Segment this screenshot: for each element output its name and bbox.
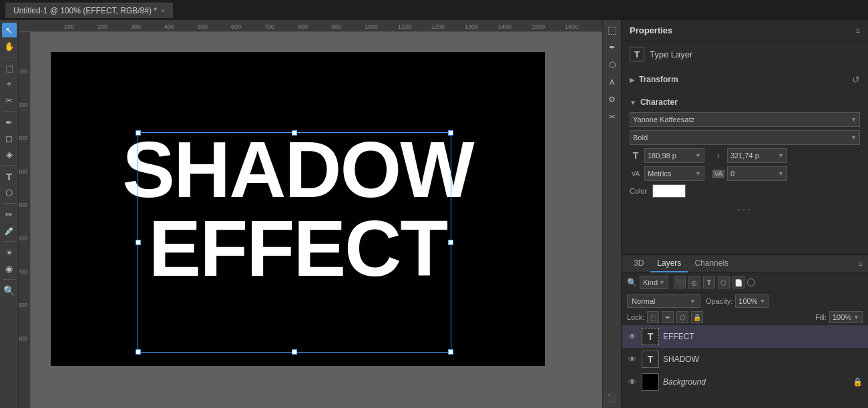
filter-adjust-icon[interactable]: ◎ bbox=[688, 276, 700, 288]
layer-name-shadow: SHADOW bbox=[663, 355, 863, 364]
document-tab[interactable]: Untitled-1 @ 100% (EFFECT, RGB/8#) * × bbox=[5, 3, 173, 18]
dodge-tool[interactable]: ☀ bbox=[2, 245, 17, 260]
lasso-tool[interactable]: ⌖ bbox=[2, 77, 17, 91]
lock-all-btn[interactable]: 🔒 bbox=[691, 311, 703, 323]
opacity-input[interactable]: 100% ▼ bbox=[735, 294, 769, 308]
ruler-mark: 300 bbox=[131, 23, 164, 30]
pen-tool[interactable]: ✏ bbox=[2, 207, 17, 222]
layers-menu-icon[interactable]: ≡ bbox=[858, 259, 863, 268]
ruler-mark: 1000 bbox=[365, 23, 398, 30]
brush-tool[interactable]: ✒ bbox=[2, 115, 17, 130]
transform-header[interactable]: ▶ Transform ↺ bbox=[630, 71, 860, 87]
layer-name-background: Background bbox=[663, 377, 849, 387]
font-style-value: Bold bbox=[633, 134, 648, 142]
properties-menu-icon[interactable]: ≡ bbox=[855, 26, 860, 35]
zoom-tool[interactable]: 🔍 bbox=[2, 283, 17, 298]
strip-icon-5[interactable]: ⚙ bbox=[605, 92, 620, 107]
close-tab-button[interactable]: × bbox=[161, 7, 165, 15]
tab-layers[interactable]: Layers bbox=[650, 255, 688, 272]
canvas-viewport[interactable]: SHADOW EFFECT bbox=[31, 32, 602, 408]
font-style-dropdown[interactable]: Bold ▼ bbox=[630, 130, 860, 145]
font-size-value: 180,98 p bbox=[648, 152, 676, 160]
font-family-dropdown[interactable]: Yanone Kaffeesatz ▼ bbox=[630, 112, 860, 127]
filter-pixel-icon[interactable]: ⬛ bbox=[674, 276, 686, 288]
lock-pixels-btn[interactable]: ⬚ bbox=[647, 311, 659, 323]
kerning-value: Metrics bbox=[648, 170, 671, 178]
ruler-mark: 700 bbox=[264, 23, 298, 30]
type-tool[interactable]: T bbox=[2, 169, 17, 184]
main-layout: ↖ ✋ ⬚ ⌖ ✂ ✒ ◻ ◈ T ⬡ ✏ 💉 ☀ ◉ 🔍 100 200 30… bbox=[0, 20, 868, 408]
tab-channels[interactable]: Channels bbox=[688, 255, 735, 272]
blur-tool[interactable]: ◉ bbox=[2, 261, 17, 276]
right-panel: Properties ≡ T Type Layer ▶ Transform ↺ bbox=[621, 20, 868, 408]
character-header[interactable]: ▼ Character bbox=[630, 97, 860, 107]
eraser-tool[interactable]: ◻ bbox=[2, 131, 17, 146]
ruler-v-mark: 300 bbox=[19, 135, 29, 168]
layer-item-effect[interactable]: 👁 T EFFECT bbox=[622, 325, 868, 348]
toolbar-separator-5 bbox=[3, 241, 16, 242]
color-swatch[interactable] bbox=[652, 184, 686, 198]
lock-artboard-btn[interactable]: ⬡ bbox=[676, 311, 688, 323]
strip-icon-3[interactable]: ⬡ bbox=[605, 57, 620, 72]
fill-input[interactable]: 100% ▼ bbox=[829, 311, 863, 323]
shape-tool[interactable]: ⬡ bbox=[2, 185, 17, 200]
properties-panel: Properties ≡ T Type Layer ▶ Transform ↺ bbox=[622, 20, 868, 254]
crop-tool[interactable]: ✂ bbox=[2, 93, 17, 108]
handle-bottom-left[interactable] bbox=[136, 349, 141, 355]
ruler-v-mark bbox=[19, 35, 29, 68]
lock-label: Lock: bbox=[627, 313, 644, 321]
hand-tool[interactable]: ✋ bbox=[2, 39, 17, 53]
filter-smart-icon[interactable]: 📄 bbox=[732, 276, 744, 288]
search-kind-dropdown[interactable]: Kind ▼ bbox=[640, 276, 668, 289]
type-layer-section: T Type Layer bbox=[622, 41, 868, 67]
font-size-input[interactable]: 180,98 p ▼ bbox=[644, 148, 704, 163]
ruler-mark: 800 bbox=[298, 23, 331, 30]
strip-icon-4[interactable]: A bbox=[605, 75, 620, 89]
kerning-dropdown[interactable]: Metrics ▼ bbox=[644, 166, 704, 181]
filter-type-icon[interactable]: T bbox=[703, 276, 715, 288]
blend-opacity-row: Normal ▼ Opacity: 100% ▼ bbox=[622, 292, 868, 310]
color-row: Color bbox=[630, 184, 860, 198]
filter-shape-icon[interactable]: ⬡ bbox=[718, 276, 730, 288]
toolbar-separator-4 bbox=[3, 203, 16, 204]
layer-visibility-effect[interactable]: 👁 bbox=[627, 331, 638, 342]
layer-visibility-shadow[interactable]: 👁 bbox=[627, 354, 638, 365]
blend-mode-dropdown[interactable]: Normal ▼ bbox=[627, 294, 700, 308]
handle-bottom-middle[interactable] bbox=[292, 349, 297, 355]
lock-position-btn[interactable]: ✒ bbox=[662, 311, 674, 323]
layer-visibility-background[interactable]: 👁 bbox=[627, 377, 638, 387]
opacity-row: Opacity: 100% ▼ bbox=[706, 294, 769, 308]
strip-icon-1[interactable]: ⬚ bbox=[605, 23, 620, 37]
tab-3d[interactable]: 3D bbox=[627, 255, 650, 272]
fill-value: 100% bbox=[833, 313, 851, 321]
move-tool[interactable]: ↖ bbox=[2, 23, 17, 37]
marquee-tool[interactable]: ⬚ bbox=[2, 61, 17, 75]
layers-panel: 3D Layers Channels ≡ 🔍 Kind ▼ ⬛ ◎ T ⬡ 📄 bbox=[622, 254, 868, 408]
transform-section: ▶ Transform ↺ bbox=[622, 67, 868, 92]
strip-icon-6[interactable]: ✂ bbox=[605, 110, 620, 124]
leading-icon: ↕ bbox=[712, 152, 724, 160]
ruler-mark: 500 bbox=[198, 23, 231, 30]
strip-icon-2[interactable]: ✒ bbox=[605, 40, 620, 55]
strip-bottom[interactable]: ⬛ bbox=[605, 391, 620, 405]
layer-item-background[interactable]: 👁 Background 🔒 bbox=[622, 371, 868, 393]
opacity-label: Opacity: bbox=[706, 297, 732, 305]
font-style-row: Bold ▼ bbox=[630, 130, 860, 145]
more-options[interactable]: ··· bbox=[630, 201, 860, 218]
layer-item-shadow[interactable]: 👁 T SHADOW bbox=[622, 348, 868, 371]
tracking-input[interactable]: 0 ▼ bbox=[727, 166, 787, 181]
leading-input[interactable]: 321,74 p ▼ bbox=[727, 148, 787, 163]
ruler-mark: 1200 bbox=[431, 23, 465, 30]
paint-bucket-tool[interactable]: ◈ bbox=[2, 147, 17, 162]
tracking-icon: VA bbox=[712, 170, 724, 178]
transform-reset-icon[interactable]: ↺ bbox=[852, 74, 860, 85]
handle-bottom-right[interactable] bbox=[448, 349, 453, 355]
ruler-mark: 1100 bbox=[398, 23, 431, 30]
kerning-icon: VA bbox=[630, 170, 642, 178]
character-section: ▼ Character Yanone Kaffeesatz ▼ Bold ▼ bbox=[622, 92, 868, 224]
eyedropper-tool[interactable]: 💉 bbox=[2, 223, 17, 238]
layer-thumb-background bbox=[642, 373, 659, 391]
layer-thumb-effect: T bbox=[642, 328, 659, 345]
filter-toggle[interactable] bbox=[747, 278, 755, 286]
color-label: Color bbox=[630, 187, 650, 195]
